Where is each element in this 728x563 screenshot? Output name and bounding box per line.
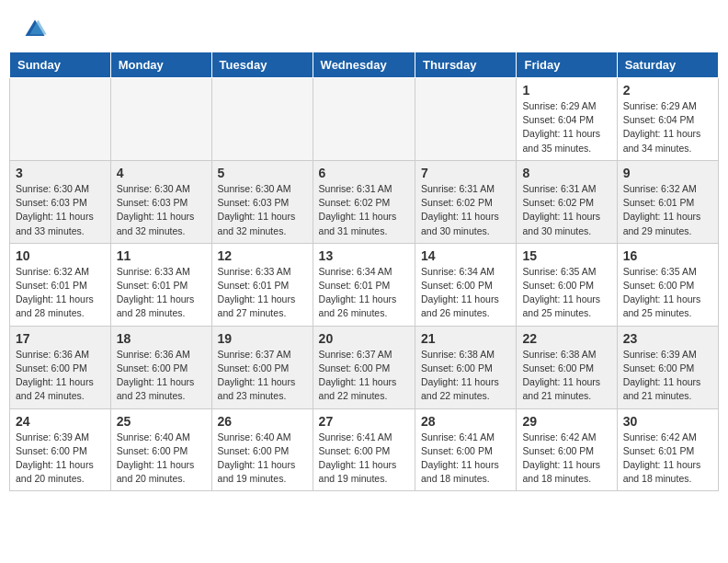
- day-cell: 26Sunrise: 6:40 AM Sunset: 6:00 PM Dayli…: [211, 408, 313, 491]
- day-number: 5: [218, 166, 307, 180]
- day-cell: 18Sunrise: 6:36 AM Sunset: 6:00 PM Dayli…: [110, 326, 211, 408]
- day-header-monday: Monday: [110, 52, 211, 78]
- day-info: Sunrise: 6:35 AM Sunset: 6:00 PM Dayligh…: [522, 265, 610, 321]
- day-cell: 27Sunrise: 6:41 AM Sunset: 6:00 PM Dayli…: [313, 408, 415, 491]
- day-number: 14: [421, 248, 510, 263]
- day-cell: 12Sunrise: 6:33 AM Sunset: 6:01 PM Dayli…: [211, 243, 313, 326]
- day-info: Sunrise: 6:38 AM Sunset: 6:00 PM Dayligh…: [522, 348, 610, 404]
- day-info: Sunrise: 6:33 AM Sunset: 6:01 PM Dayligh…: [117, 265, 206, 321]
- day-info: Sunrise: 6:37 AM Sunset: 6:00 PM Dayligh…: [319, 348, 409, 404]
- day-cell: [211, 78, 313, 161]
- day-header-sunday: Sunday: [10, 52, 111, 78]
- week-row-4: 17Sunrise: 6:36 AM Sunset: 6:00 PM Dayli…: [10, 326, 719, 408]
- day-info: Sunrise: 6:42 AM Sunset: 6:00 PM Dayligh…: [522, 431, 610, 487]
- day-cell: 23Sunrise: 6:39 AM Sunset: 6:00 PM Dayli…: [617, 326, 718, 408]
- day-cell: [10, 78, 111, 161]
- day-number: 11: [117, 248, 206, 263]
- day-cell: 24Sunrise: 6:39 AM Sunset: 6:00 PM Dayli…: [10, 408, 111, 491]
- day-number: 30: [623, 414, 712, 429]
- day-info: Sunrise: 6:40 AM Sunset: 6:00 PM Dayligh…: [117, 431, 206, 487]
- day-info: Sunrise: 6:30 AM Sunset: 6:03 PM Dayligh…: [117, 182, 206, 238]
- day-header-friday: Friday: [517, 52, 617, 78]
- day-cell: 29Sunrise: 6:42 AM Sunset: 6:00 PM Dayli…: [517, 408, 617, 491]
- day-info: Sunrise: 6:32 AM Sunset: 6:01 PM Dayligh…: [623, 182, 712, 238]
- day-cell: 8Sunrise: 6:31 AM Sunset: 6:02 PM Daylig…: [517, 160, 617, 243]
- day-number: 7: [421, 166, 510, 180]
- week-row-1: 1Sunrise: 6:29 AM Sunset: 6:04 PM Daylig…: [10, 78, 719, 161]
- day-cell: 22Sunrise: 6:38 AM Sunset: 6:00 PM Dayli…: [517, 326, 617, 408]
- day-number: 4: [117, 166, 206, 180]
- day-cell: 1Sunrise: 6:29 AM Sunset: 6:04 PM Daylig…: [517, 78, 617, 161]
- day-info: Sunrise: 6:40 AM Sunset: 6:00 PM Dayligh…: [218, 431, 307, 487]
- day-cell: 13Sunrise: 6:34 AM Sunset: 6:01 PM Dayli…: [313, 243, 415, 326]
- day-number: 12: [218, 248, 307, 263]
- day-cell: 20Sunrise: 6:37 AM Sunset: 6:00 PM Dayli…: [313, 326, 415, 408]
- day-info: Sunrise: 6:30 AM Sunset: 6:03 PM Dayligh…: [218, 182, 307, 238]
- day-info: Sunrise: 6:34 AM Sunset: 6:01 PM Dayligh…: [319, 265, 409, 321]
- day-number: 22: [522, 331, 610, 346]
- calendar-header-row: SundayMondayTuesdayWednesdayThursdayFrid…: [10, 52, 719, 78]
- day-info: Sunrise: 6:41 AM Sunset: 6:00 PM Dayligh…: [319, 431, 409, 487]
- day-info: Sunrise: 6:33 AM Sunset: 6:01 PM Dayligh…: [218, 265, 307, 321]
- day-info: Sunrise: 6:36 AM Sunset: 6:00 PM Dayligh…: [16, 348, 105, 404]
- day-number: 18: [117, 331, 206, 346]
- calendar-table: SundayMondayTuesdayWednesdayThursdayFrid…: [9, 52, 719, 491]
- page-header: [0, 0, 728, 52]
- day-cell: 28Sunrise: 6:41 AM Sunset: 6:00 PM Dayli…: [415, 408, 517, 491]
- logo-icon: [22, 17, 48, 42]
- day-cell: 14Sunrise: 6:34 AM Sunset: 6:00 PM Dayli…: [415, 243, 517, 326]
- day-info: Sunrise: 6:31 AM Sunset: 6:02 PM Dayligh…: [421, 182, 510, 238]
- day-number: 20: [319, 331, 409, 346]
- day-info: Sunrise: 6:32 AM Sunset: 6:01 PM Dayligh…: [16, 265, 105, 321]
- day-info: Sunrise: 6:30 AM Sunset: 6:03 PM Dayligh…: [16, 182, 105, 238]
- day-number: 17: [16, 331, 105, 346]
- day-header-wednesday: Wednesday: [313, 52, 415, 78]
- day-info: Sunrise: 6:41 AM Sunset: 6:00 PM Dayligh…: [421, 431, 510, 487]
- day-number: 1: [522, 83, 610, 98]
- day-header-saturday: Saturday: [617, 52, 718, 78]
- day-cell: 7Sunrise: 6:31 AM Sunset: 6:02 PM Daylig…: [415, 160, 517, 243]
- day-number: 23: [623, 331, 712, 346]
- day-info: Sunrise: 6:31 AM Sunset: 6:02 PM Dayligh…: [522, 182, 610, 238]
- day-cell: 16Sunrise: 6:35 AM Sunset: 6:00 PM Dayli…: [617, 243, 718, 326]
- day-number: 19: [218, 331, 307, 346]
- day-cell: 2Sunrise: 6:29 AM Sunset: 6:04 PM Daylig…: [617, 78, 718, 161]
- week-row-3: 10Sunrise: 6:32 AM Sunset: 6:01 PM Dayli…: [10, 243, 719, 326]
- day-header-thursday: Thursday: [415, 52, 517, 78]
- day-cell: 19Sunrise: 6:37 AM Sunset: 6:00 PM Dayli…: [211, 326, 313, 408]
- day-cell: [110, 78, 211, 161]
- day-number: 29: [522, 414, 610, 429]
- day-info: Sunrise: 6:35 AM Sunset: 6:00 PM Dayligh…: [623, 265, 712, 321]
- logo: [22, 17, 51, 42]
- day-info: Sunrise: 6:29 AM Sunset: 6:04 PM Dayligh…: [522, 99, 610, 155]
- day-number: 26: [218, 414, 307, 429]
- day-info: Sunrise: 6:37 AM Sunset: 6:00 PM Dayligh…: [218, 348, 307, 404]
- week-row-2: 3Sunrise: 6:30 AM Sunset: 6:03 PM Daylig…: [10, 160, 719, 243]
- day-cell: 4Sunrise: 6:30 AM Sunset: 6:03 PM Daylig…: [110, 160, 211, 243]
- day-info: Sunrise: 6:38 AM Sunset: 6:00 PM Dayligh…: [421, 348, 510, 404]
- day-number: 2: [623, 83, 712, 98]
- day-number: 16: [623, 248, 712, 263]
- calendar-wrapper: SundayMondayTuesdayWednesdayThursdayFrid…: [0, 52, 728, 500]
- day-info: Sunrise: 6:31 AM Sunset: 6:02 PM Dayligh…: [319, 182, 409, 238]
- day-number: 10: [16, 248, 105, 263]
- day-number: 6: [319, 166, 409, 180]
- day-cell: 25Sunrise: 6:40 AM Sunset: 6:00 PM Dayli…: [110, 408, 211, 491]
- day-cell: 21Sunrise: 6:38 AM Sunset: 6:00 PM Dayli…: [415, 326, 517, 408]
- day-cell: 11Sunrise: 6:33 AM Sunset: 6:01 PM Dayli…: [110, 243, 211, 326]
- day-cell: 10Sunrise: 6:32 AM Sunset: 6:01 PM Dayli…: [10, 243, 111, 326]
- day-cell: 30Sunrise: 6:42 AM Sunset: 6:01 PM Dayli…: [617, 408, 718, 491]
- day-number: 28: [421, 414, 510, 429]
- day-cell: 9Sunrise: 6:32 AM Sunset: 6:01 PM Daylig…: [617, 160, 718, 243]
- week-row-5: 24Sunrise: 6:39 AM Sunset: 6:00 PM Dayli…: [10, 408, 719, 491]
- day-info: Sunrise: 6:36 AM Sunset: 6:00 PM Dayligh…: [117, 348, 206, 404]
- day-cell: 17Sunrise: 6:36 AM Sunset: 6:00 PM Dayli…: [10, 326, 111, 408]
- day-number: 25: [117, 414, 206, 429]
- day-info: Sunrise: 6:42 AM Sunset: 6:01 PM Dayligh…: [623, 431, 712, 487]
- day-cell: 15Sunrise: 6:35 AM Sunset: 6:00 PM Dayli…: [517, 243, 617, 326]
- day-number: 13: [319, 248, 409, 263]
- day-cell: [415, 78, 517, 161]
- day-cell: 3Sunrise: 6:30 AM Sunset: 6:03 PM Daylig…: [10, 160, 111, 243]
- day-cell: [313, 78, 415, 161]
- day-cell: 5Sunrise: 6:30 AM Sunset: 6:03 PM Daylig…: [211, 160, 313, 243]
